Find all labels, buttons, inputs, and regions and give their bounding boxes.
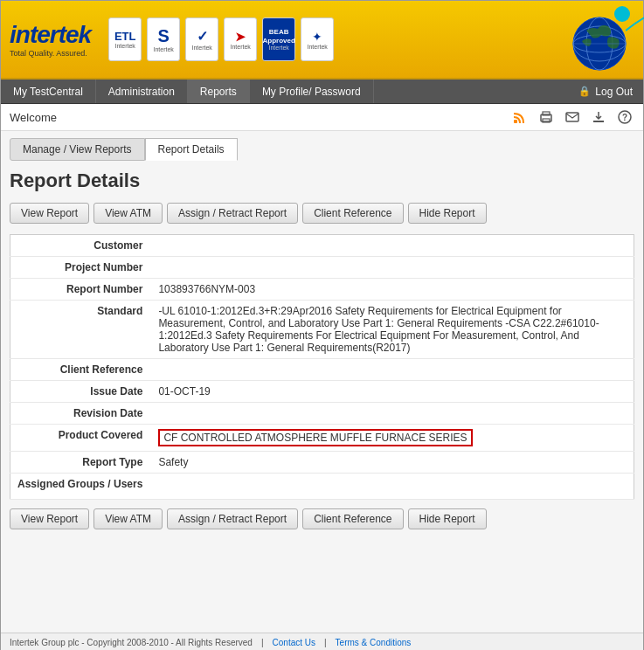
view-report-top-button[interactable]: View Report	[10, 203, 89, 224]
report-number-value: 103893766NYM-003	[151, 279, 634, 301]
revision-date-value	[151, 403, 634, 425]
svg-rect-9	[566, 113, 578, 121]
issue-date-value: 01-OCT-19	[151, 381, 634, 403]
beab-badge: BEABApproved Intertek	[262, 17, 295, 61]
project-number-label: Project Number	[10, 257, 152, 279]
assigned-groups-value	[151, 474, 634, 500]
download-icon[interactable]	[589, 107, 608, 127]
tab-bar: Manage / View Reports Report Details	[10, 138, 634, 161]
nav-my-testcentral[interactable]: My TestCentral	[1, 80, 96, 103]
rss-icon[interactable]	[510, 107, 530, 127]
s-badge: S Intertek	[147, 17, 180, 61]
lock-icon: 🔒	[578, 86, 591, 97]
footer-copyright: Intertek Group plc - Copyright 2008-2010…	[10, 638, 253, 647]
table-row: Project Number	[10, 257, 634, 279]
footer-terms-link[interactable]: Terms & Conditions	[336, 638, 412, 647]
logo: intertek Total Quality. Assured.	[10, 21, 91, 58]
logout-button[interactable]: 🔒 Log Out	[568, 80, 643, 103]
table-row: Issue Date 01-OCT-19	[10, 381, 634, 403]
svg-rect-10	[593, 121, 604, 122]
product-covered-label: Product Covered	[10, 425, 152, 452]
assign-retract-bottom-button[interactable]: Assign / Retract Report	[167, 508, 298, 529]
report-number-label: Report Number	[10, 279, 152, 301]
page-title: Report Details	[10, 169, 634, 192]
header-line	[626, 4, 644, 39]
logo-tagline: Total Quality. Assured.	[10, 49, 91, 58]
product-covered-box: CF CONTROLLED ATMOSPHERE MUFFLE FURNACE …	[158, 429, 472, 446]
client-reference-top-button[interactable]: Client Reference	[302, 203, 403, 224]
client-reference-label: Client Reference	[10, 359, 152, 381]
details-table: Customer Project Number Report Number 10…	[10, 234, 634, 500]
welcome-bar: Welcome ?	[1, 104, 643, 131]
tab-report-details[interactable]: Report Details	[145, 138, 238, 161]
logout-label: Log Out	[595, 86, 633, 98]
report-type-value: Safety	[151, 452, 634, 474]
table-row: Product Covered CF CONTROLLED ATMOSPHERE…	[10, 425, 634, 452]
report-type-label: Report Type	[10, 452, 152, 474]
hide-report-top-button[interactable]: Hide Report	[408, 203, 487, 224]
product-covered-value: CF CONTROLLED ATMOSPHERE MUFFLE FURNACE …	[151, 425, 634, 452]
table-row: Client Reference	[10, 359, 634, 381]
action-buttons-bottom: View Report View ATM Assign / Retract Re…	[10, 508, 634, 529]
nav-administration[interactable]: Administration	[96, 80, 188, 103]
footer-separator2: |	[324, 638, 327, 647]
etl-badge: ETL Intertek	[108, 17, 142, 61]
email-icon[interactable]	[563, 107, 582, 127]
nav-reports[interactable]: Reports	[188, 80, 250, 103]
cert-icons: ETL Intertek S Intertek ✓ Intertek ➤ Int…	[108, 17, 564, 61]
standard-label: Standard	[10, 301, 152, 359]
arrow-badge: ➤ Intertek	[224, 17, 257, 61]
standard-value: -UL 61010-1:2012Ed.3+R:29Apr2016 Safety …	[151, 301, 634, 359]
assigned-groups-label: Assigned Groups / Users	[10, 474, 152, 500]
svg-text:?: ?	[622, 113, 627, 122]
check-badge: ✓ Intertek	[185, 17, 218, 61]
footer: Intertek Group plc - Copyright 2008-2010…	[1, 633, 643, 650]
issue-date-label: Issue Date	[10, 381, 152, 403]
table-row: Revision Date	[10, 403, 634, 425]
globe	[564, 4, 634, 74]
view-report-bottom-button[interactable]: View Report	[10, 508, 89, 529]
table-row: Assigned Groups / Users	[10, 474, 634, 500]
client-reference-value	[151, 359, 634, 381]
customer-label: Customer	[10, 235, 152, 257]
other-badge: ✦ Intertek	[301, 17, 334, 61]
logo-text: intertek	[10, 21, 91, 49]
assign-retract-top-button[interactable]: Assign / Retract Report	[167, 203, 298, 224]
svg-rect-5	[514, 120, 517, 123]
client-reference-bottom-button[interactable]: Client Reference	[302, 508, 403, 529]
nav-my-profile[interactable]: My Profile/ Password	[250, 80, 374, 103]
customer-value	[151, 235, 634, 257]
table-row: Customer	[10, 235, 634, 257]
header: intertek Total Quality. Assured. ETL Int…	[1, 1, 643, 80]
footer-contact-link[interactable]: Contact Us	[273, 638, 315, 647]
nav-spacer	[374, 80, 569, 103]
content-area: Manage / View Reports Report Details Rep…	[1, 131, 643, 633]
revision-date-label: Revision Date	[10, 403, 152, 425]
toolbar-icons: ?	[510, 107, 634, 127]
hide-report-bottom-button[interactable]: Hide Report	[408, 508, 487, 529]
table-row: Report Number 103893766NYM-003	[10, 279, 634, 301]
action-buttons-top: View Report View ATM Assign / Retract Re…	[10, 203, 634, 224]
table-row: Report Type Safety	[10, 452, 634, 474]
print-icon[interactable]	[537, 107, 556, 127]
help-icon[interactable]: ?	[615, 107, 634, 127]
view-atm-bottom-button[interactable]: View ATM	[93, 508, 163, 529]
tab-manage-view-reports[interactable]: Manage / View Reports	[10, 138, 145, 161]
view-atm-top-button[interactable]: View ATM	[93, 203, 163, 224]
footer-separator: |	[261, 638, 264, 647]
navbar: My TestCentral Administration Reports My…	[1, 80, 643, 104]
welcome-text: Welcome	[10, 111, 510, 124]
table-row: Standard -UL 61010-1:2012Ed.3+R:29Apr201…	[10, 301, 634, 359]
project-number-value	[151, 257, 634, 279]
